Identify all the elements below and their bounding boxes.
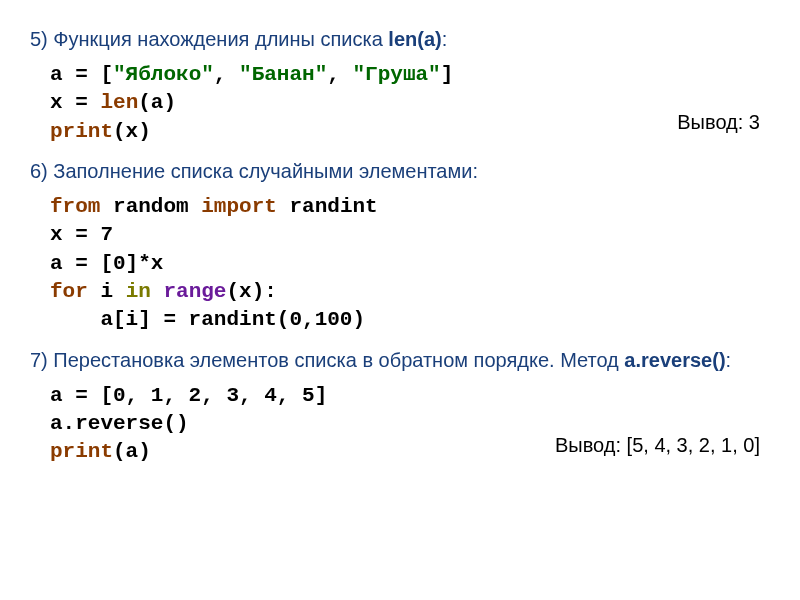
code-text: x = — [50, 91, 100, 114]
code-keyword: print — [50, 440, 113, 463]
code-text: a.reverse() — [50, 412, 189, 435]
code-text: i — [88, 280, 126, 303]
code-text: ] — [441, 63, 454, 86]
code-keyword: range — [163, 280, 226, 303]
code-keyword: for — [50, 280, 88, 303]
code-text: (x): — [226, 280, 276, 303]
section5-title-suffix: : — [442, 28, 448, 50]
code-keyword: from — [50, 195, 100, 218]
code-keyword: in — [126, 280, 151, 303]
section5-output: Вывод: 3 — [677, 109, 760, 136]
section7-output: Вывод: [5, 4, 3, 2, 1, 0] — [555, 432, 760, 459]
code-string: "Банан" — [239, 63, 327, 86]
code-text: (x) — [113, 120, 151, 143]
code-keyword: len — [100, 91, 138, 114]
code-string: "Яблоко" — [113, 63, 214, 86]
code-text: a[i] = randint(0,100) — [50, 308, 365, 331]
code-text: a = [0, 1, 2, 3, 4, 5] — [50, 384, 327, 407]
code-text: a = [0]*x — [50, 252, 163, 275]
code-text — [151, 280, 164, 303]
section7-funcname: a.reverse() — [624, 349, 725, 371]
section6-title: 6) Заполнение списка случайными элемента… — [30, 160, 478, 182]
section6-code: from random import randint x = 7 a = [0]… — [50, 193, 770, 335]
section6-heading: 6) Заполнение списка случайными элемента… — [30, 160, 770, 183]
section5-funcname: len(a) — [388, 28, 441, 50]
section5-heading: 5) Функция нахождения длины списка len(a… — [30, 28, 770, 51]
code-text: (a) — [113, 440, 151, 463]
code-keyword: import — [201, 195, 277, 218]
section5-title-prefix: 5) Функция нахождения длины списка — [30, 28, 388, 50]
code-text: random — [100, 195, 201, 218]
code-text: (a) — [138, 91, 176, 114]
code-string: "Груша" — [353, 63, 441, 86]
section5-code: a = ["Яблоко", "Банан", "Груша"] x = len… — [50, 61, 770, 146]
code-text: x = 7 — [50, 223, 113, 246]
code-text: , — [327, 63, 352, 86]
section7-code: a = [0, 1, 2, 3, 4, 5] a.reverse() print… — [50, 382, 770, 467]
code-keyword: print — [50, 120, 113, 143]
code-text: randint — [277, 195, 378, 218]
code-text: a = [ — [50, 63, 113, 86]
section7-heading: 7) Перестановка элементов списка в обрат… — [30, 349, 770, 372]
section7-title-prefix: 7) Перестановка элементов списка в обрат… — [30, 349, 624, 371]
code-text: , — [214, 63, 239, 86]
section7-title-suffix: : — [726, 349, 732, 371]
